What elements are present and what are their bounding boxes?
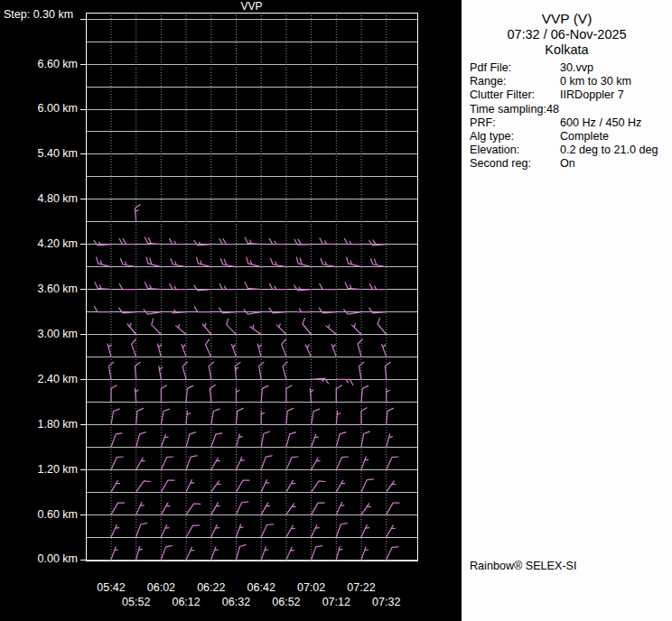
x-axis-label: 07:32 (367, 596, 406, 609)
panel-site: Kolkata (470, 42, 664, 58)
field-value: Complete (560, 130, 609, 143)
x-axis-label: 07:12 (316, 596, 356, 609)
x-axis-label: 07:22 (341, 581, 381, 595)
field-row: Clutter Filter:IIRDoppler 7 (470, 88, 664, 102)
field-value: 600 Hz / 450 Hz (560, 116, 641, 129)
field-label: Pdf File: (470, 61, 560, 74)
x-axis-label: 05:52 (117, 596, 156, 609)
field-row: Time sampling:48 (470, 103, 664, 116)
field-value: 0.2 deg to 21.0 deg (560, 144, 658, 156)
x-axis-label: 06:32 (217, 596, 257, 609)
field-value: 0 km to 30 km (560, 75, 631, 88)
wind-barb-plot (0, 0, 462, 621)
field-label: Second reg: (470, 157, 560, 170)
field-row: Pdf File:30.vvp (470, 61, 664, 75)
field-value: 30.vvp (560, 61, 593, 74)
scan-parameters: Pdf File:30.vvp Range:0 km to 30 km Clut… (470, 61, 664, 171)
x-axis-label: 07:02 (292, 581, 331, 595)
field-row: Second reg:On (470, 157, 664, 171)
field-label: Range: (470, 75, 560, 88)
field-row: Alg type:Complete (470, 130, 664, 144)
field-label: Time sampling:48 (470, 103, 560, 116)
field-value: IIRDoppler 7 (560, 88, 624, 101)
field-label: PRF: (470, 116, 560, 129)
field-label: Alg type: (470, 130, 560, 143)
x-axis-label: 05:42 (91, 581, 131, 595)
vvp-window: { "chart_data": { "type": "scatter", "su… (0, 0, 672, 621)
info-panel: VVP (V) 07:32 / 06-Nov-2025 Kolkata Pdf … (462, 0, 672, 621)
field-value: On (560, 157, 575, 170)
panel-timestamp: 07:32 / 06-Nov-2025 (470, 27, 664, 42)
x-axis-label: 06:52 (266, 596, 306, 609)
x-axis-label: 06:02 (141, 581, 181, 595)
field-row: Elevation:0.2 deg to 21.0 deg (470, 144, 664, 157)
x-axis-label: 06:12 (166, 596, 206, 609)
x-axis-label: 06:22 (191, 581, 231, 595)
field-label: Clutter Filter: (470, 88, 560, 101)
field-label: Elevation: (470, 144, 560, 156)
x-axis-label: 06:42 (241, 581, 281, 595)
wind-profile-chart: VVP Step: 0.30 km 6.60 km 6.00 km 5.40 k… (0, 0, 462, 621)
field-row: PRF:600 Hz / 450 Hz (470, 116, 664, 130)
panel-title: VVP (V) (470, 11, 664, 27)
brand-label: Rainbow® SELEX-SI (470, 560, 576, 572)
field-row: Range:0 km to 30 km (470, 75, 664, 88)
